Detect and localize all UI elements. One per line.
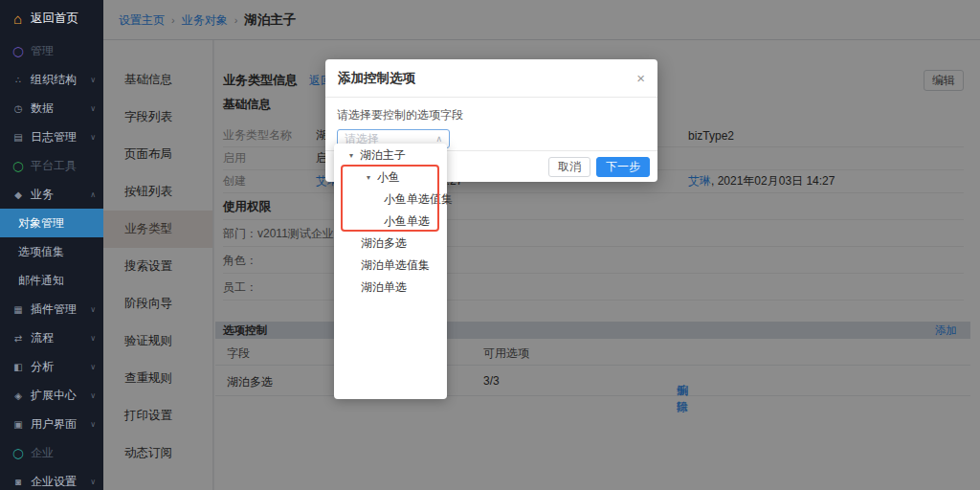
sidebar-item-label: 企业设置 bbox=[31, 474, 77, 490]
chevron-down-icon: ∨ bbox=[90, 76, 96, 84]
sidebar-item-扩展中心[interactable]: ◈扩展中心∨ bbox=[0, 381, 103, 410]
sidebar-subitem-label: 邮件通知 bbox=[18, 273, 64, 289]
data-icon: ◷ bbox=[12, 103, 24, 114]
sidebar-item-label: 平台工具 bbox=[31, 158, 77, 174]
back-home-button[interactable]: ⌂ 返回首页 bbox=[0, 0, 103, 36]
cancel-button[interactable]: 取消 bbox=[548, 157, 590, 177]
next-step-button[interactable]: 下一步 bbox=[596, 157, 650, 177]
plugin-management-icon: ▦ bbox=[12, 304, 24, 315]
sidebar-item-插件管理[interactable]: ▦插件管理∨ bbox=[0, 295, 103, 323]
log-management-icon: ▤ bbox=[12, 132, 24, 143]
tree-option-label: 小鱼单选值集 bbox=[384, 191, 453, 208]
sidebar-item-管理[interactable]: ◯管理 bbox=[0, 36, 103, 65]
tree-option-label: 湖泊多选 bbox=[361, 235, 407, 252]
sidebar-item-企业设置[interactable]: ◙企业设置∨ bbox=[0, 467, 103, 490]
chevron-up-icon: ∧ bbox=[435, 134, 442, 144]
modal-title: 添加控制选项 bbox=[338, 70, 415, 87]
sidebar-item-label: 日志管理 bbox=[31, 129, 77, 145]
sidebar-item-label: 扩展中心 bbox=[31, 388, 77, 404]
extension-center-icon: ◈ bbox=[12, 390, 24, 401]
tree-option-湖泊多选[interactable]: 湖泊多选 bbox=[334, 233, 447, 255]
chevron-down-icon: ∨ bbox=[90, 305, 96, 314]
analysis-icon: ◧ bbox=[12, 362, 24, 372]
field-tree-dropdown: ▾湖泊主子▾小鱼小鱼单选值集小鱼单选湖泊多选湖泊单选值集湖泊单选 bbox=[334, 144, 447, 399]
chevron-down-icon: ∨ bbox=[90, 334, 96, 343]
chevron-down-icon: ∨ bbox=[90, 478, 96, 486]
tree-option-湖泊主子[interactable]: ▾湖泊主子 bbox=[334, 145, 447, 167]
sidebar-subitem-label: 对象管理 bbox=[18, 215, 64, 232]
sidebar-subitem-label: 选项值集 bbox=[18, 244, 64, 260]
chevron-up-icon: ∧ bbox=[90, 190, 96, 199]
enterprise-icon: ◯ bbox=[12, 448, 24, 458]
sidebar-item-label: 用户界面 bbox=[31, 416, 77, 433]
tree-option-label: 小鱼单选 bbox=[384, 213, 430, 230]
caret-down-icon[interactable]: ▾ bbox=[349, 151, 353, 160]
sidebar-item-平台工具[interactable]: ◯平台工具 bbox=[0, 151, 103, 180]
tree-option-label: 湖泊主子 bbox=[360, 147, 406, 164]
sidebar-item-数据[interactable]: ◷数据∨ bbox=[0, 94, 103, 122]
chevron-down-icon: ∨ bbox=[90, 133, 96, 142]
sidebar-item-label: 组织结构 bbox=[31, 72, 77, 88]
sidebar-item-用户界面[interactable]: ▣用户界面∨ bbox=[0, 410, 103, 438]
chevron-down-icon: ∨ bbox=[90, 391, 96, 400]
tree-option-label: 湖泊单选值集 bbox=[361, 257, 430, 274]
sidebar-nav: ◯管理∴组织结构∨◷数据∨▤日志管理∨◯平台工具◆业务∧对象管理选项值集邮件通知… bbox=[0, 36, 103, 490]
sidebar-item-业务[interactable]: ◆业务∧ bbox=[0, 180, 103, 209]
home-icon: ⌂ bbox=[13, 11, 22, 26]
sidebar-item-label: 管理 bbox=[31, 43, 54, 59]
sidebar-item-企业[interactable]: ◯企业 bbox=[0, 438, 103, 467]
sidebar-item-流程[interactable]: ⇄流程∨ bbox=[0, 323, 103, 352]
sidebar-subitem-对象管理[interactable]: 对象管理 bbox=[0, 209, 103, 237]
enterprise-settings-icon: ◙ bbox=[12, 477, 24, 487]
sidebar-item-label: 企业 bbox=[31, 445, 54, 461]
tree-option-湖泊单选[interactable]: 湖泊单选 bbox=[334, 277, 447, 299]
process-icon: ⇄ bbox=[12, 333, 24, 344]
sidebar-subitem-邮件通知[interactable]: 邮件通知 bbox=[0, 266, 103, 295]
tree-option-label: 小鱼 bbox=[377, 169, 400, 186]
sidebar-item-label: 数据 bbox=[31, 100, 54, 117]
chevron-down-icon: ∨ bbox=[90, 420, 96, 429]
tree-option-湖泊单选值集[interactable]: 湖泊单选值集 bbox=[334, 255, 447, 277]
sidebar-item-label: 插件管理 bbox=[31, 301, 77, 318]
sidebar-item-label: 流程 bbox=[31, 330, 54, 346]
close-icon[interactable]: × bbox=[636, 71, 645, 85]
field-select-label: 请选择要控制的选项字段 bbox=[337, 107, 646, 123]
chevron-down-icon: ∨ bbox=[90, 104, 96, 113]
business-icon: ◆ bbox=[12, 189, 24, 200]
back-home-label: 返回首页 bbox=[31, 11, 78, 27]
app-sidebar: ⌂ 返回首页 ◯管理∴组织结构∨◷数据∨▤日志管理∨◯平台工具◆业务∧对象管理选… bbox=[0, 0, 103, 490]
sidebar-item-label: 业务 bbox=[31, 187, 54, 203]
tree-option-label: 湖泊单选 bbox=[361, 279, 407, 296]
sidebar-subitem-选项值集[interactable]: 选项值集 bbox=[0, 237, 103, 266]
sidebar-item-分析[interactable]: ◧分析∨ bbox=[0, 352, 103, 381]
admin-icon: ◯ bbox=[12, 46, 24, 56]
caret-down-icon[interactable]: ▾ bbox=[367, 173, 370, 182]
tree-option-小鱼[interactable]: ▾小鱼 bbox=[334, 167, 447, 189]
sidebar-item-日志管理[interactable]: ▤日志管理∨ bbox=[0, 122, 103, 151]
user-interface-icon: ▣ bbox=[12, 419, 24, 430]
org-structure-icon: ∴ bbox=[12, 75, 24, 85]
tree-option-小鱼单选值集[interactable]: 小鱼单选值集 bbox=[334, 189, 447, 211]
sidebar-item-label: 分析 bbox=[31, 359, 54, 375]
chevron-down-icon: ∨ bbox=[90, 363, 96, 371]
sidebar-item-组织结构[interactable]: ∴组织结构∨ bbox=[0, 65, 103, 94]
tree-option-小鱼单选[interactable]: 小鱼单选 bbox=[334, 211, 447, 233]
platform-tools-icon: ◯ bbox=[12, 161, 24, 171]
